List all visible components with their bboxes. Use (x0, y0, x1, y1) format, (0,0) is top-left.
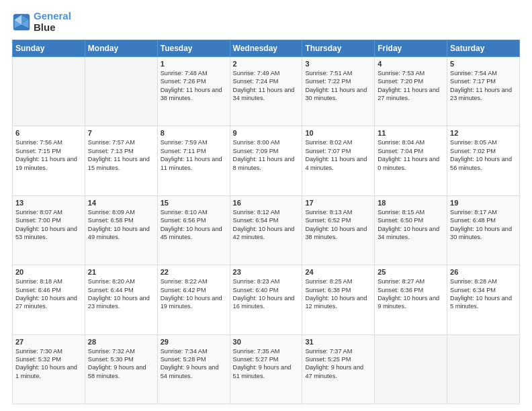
day-info: Sunrise: 8:13 AM Sunset: 6:52 PM Dayligh… (305, 208, 371, 242)
weekday-header-thursday: Thursday (302, 40, 375, 57)
day-number: 20 (15, 268, 82, 276)
calendar-cell: 2Sunrise: 7:49 AM Sunset: 7:24 PM Daylig… (230, 57, 302, 126)
week-row-1: 1Sunrise: 7:48 AM Sunset: 7:26 PM Daylig… (13, 57, 520, 126)
week-row-4: 20Sunrise: 8:18 AM Sunset: 6:46 PM Dayli… (13, 265, 520, 334)
day-info: Sunrise: 8:15 AM Sunset: 6:50 PM Dayligh… (378, 208, 444, 242)
day-info: Sunrise: 7:35 AM Sunset: 5:27 PM Dayligh… (233, 347, 300, 381)
calendar-cell: 1Sunrise: 7:48 AM Sunset: 7:26 PM Daylig… (157, 57, 230, 126)
logo-text: General Blue (34, 11, 71, 33)
calendar-cell: 18Sunrise: 8:15 AM Sunset: 6:50 PM Dayli… (375, 195, 447, 265)
day-number: 10 (305, 129, 371, 137)
calendar-cell: 30Sunrise: 7:35 AM Sunset: 5:27 PM Dayli… (230, 334, 302, 404)
calendar-cell: 10Sunrise: 8:02 AM Sunset: 7:07 PM Dayli… (302, 126, 375, 195)
day-info: Sunrise: 8:00 AM Sunset: 7:09 PM Dayligh… (233, 138, 300, 172)
day-info: Sunrise: 7:54 AM Sunset: 7:17 PM Dayligh… (450, 69, 517, 103)
calendar-cell: 26Sunrise: 8:28 AM Sunset: 6:34 PM Dayli… (447, 265, 520, 334)
calendar-cell (447, 334, 520, 404)
day-info: Sunrise: 8:25 AM Sunset: 6:38 PM Dayligh… (305, 277, 371, 311)
day-info: Sunrise: 7:34 AM Sunset: 5:28 PM Dayligh… (161, 347, 227, 381)
day-info: Sunrise: 7:48 AM Sunset: 7:26 PM Dayligh… (161, 69, 227, 103)
calendar-cell: 22Sunrise: 8:22 AM Sunset: 6:42 PM Dayli… (157, 265, 230, 334)
calendar-cell (85, 57, 157, 126)
day-number: 15 (161, 199, 227, 207)
week-row-5: 27Sunrise: 7:30 AM Sunset: 5:32 PM Dayli… (13, 334, 520, 404)
day-number: 17 (305, 199, 371, 207)
day-info: Sunrise: 7:59 AM Sunset: 7:11 PM Dayligh… (161, 138, 227, 172)
weekday-header-wednesday: Wednesday (230, 40, 302, 57)
calendar-cell: 25Sunrise: 8:27 AM Sunset: 6:36 PM Dayli… (375, 265, 447, 334)
day-number: 19 (450, 199, 517, 207)
day-info: Sunrise: 7:30 AM Sunset: 5:32 PM Dayligh… (15, 347, 82, 381)
calendar-cell: 19Sunrise: 8:17 AM Sunset: 6:48 PM Dayli… (447, 195, 520, 265)
day-info: Sunrise: 8:28 AM Sunset: 6:34 PM Dayligh… (450, 277, 517, 311)
day-info: Sunrise: 8:09 AM Sunset: 6:58 PM Dayligh… (88, 208, 154, 242)
weekday-header-row: SundayMondayTuesdayWednesdayThursdayFrid… (13, 40, 520, 57)
calendar-cell: 14Sunrise: 8:09 AM Sunset: 6:58 PM Dayli… (85, 195, 157, 265)
day-number: 9 (233, 129, 300, 137)
calendar-cell: 27Sunrise: 7:30 AM Sunset: 5:32 PM Dayli… (13, 334, 85, 404)
calendar-cell (375, 334, 447, 404)
day-info: Sunrise: 7:37 AM Sunset: 5:25 PM Dayligh… (305, 347, 371, 381)
day-number: 30 (233, 338, 300, 346)
day-number: 16 (233, 199, 300, 207)
day-number: 12 (450, 129, 517, 137)
calendar-cell: 28Sunrise: 7:32 AM Sunset: 5:30 PM Dayli… (85, 334, 157, 404)
day-info: Sunrise: 8:02 AM Sunset: 7:07 PM Dayligh… (305, 138, 371, 172)
day-info: Sunrise: 8:05 AM Sunset: 7:02 PM Dayligh… (450, 138, 517, 172)
day-number: 3 (305, 60, 371, 68)
day-number: 2 (233, 60, 300, 68)
day-info: Sunrise: 8:23 AM Sunset: 6:40 PM Dayligh… (233, 277, 300, 311)
day-number: 28 (88, 338, 154, 346)
day-info: Sunrise: 8:18 AM Sunset: 6:46 PM Dayligh… (15, 277, 82, 311)
week-row-3: 13Sunrise: 8:07 AM Sunset: 7:00 PM Dayli… (13, 195, 520, 265)
day-number: 4 (378, 60, 444, 68)
day-number: 8 (161, 129, 227, 137)
day-info: Sunrise: 8:07 AM Sunset: 7:00 PM Dayligh… (15, 208, 82, 242)
day-number: 14 (88, 199, 154, 207)
day-info: Sunrise: 7:56 AM Sunset: 7:15 PM Dayligh… (15, 138, 82, 172)
day-number: 1 (161, 60, 227, 68)
logo-icon (12, 13, 31, 32)
calendar-cell: 12Sunrise: 8:05 AM Sunset: 7:02 PM Dayli… (447, 126, 520, 195)
day-info: Sunrise: 7:49 AM Sunset: 7:24 PM Dayligh… (233, 69, 300, 103)
day-info: Sunrise: 7:51 AM Sunset: 7:22 PM Dayligh… (305, 69, 371, 103)
week-row-2: 6Sunrise: 7:56 AM Sunset: 7:15 PM Daylig… (13, 126, 520, 195)
day-info: Sunrise: 7:57 AM Sunset: 7:13 PM Dayligh… (88, 138, 154, 172)
calendar-cell: 6Sunrise: 7:56 AM Sunset: 7:15 PM Daylig… (13, 126, 85, 195)
day-number: 29 (161, 338, 227, 346)
day-number: 7 (88, 129, 154, 137)
calendar-cell: 7Sunrise: 7:57 AM Sunset: 7:13 PM Daylig… (85, 126, 157, 195)
calendar-cell: 29Sunrise: 7:34 AM Sunset: 5:28 PM Dayli… (157, 334, 230, 404)
day-number: 6 (15, 129, 82, 137)
day-info: Sunrise: 7:32 AM Sunset: 5:30 PM Dayligh… (88, 347, 154, 381)
weekday-header-friday: Friday (375, 40, 447, 57)
logo: General Blue (12, 11, 71, 33)
calendar-cell (13, 57, 85, 126)
calendar-cell: 17Sunrise: 8:13 AM Sunset: 6:52 PM Dayli… (302, 195, 375, 265)
day-info: Sunrise: 8:12 AM Sunset: 6:54 PM Dayligh… (233, 208, 300, 242)
day-info: Sunrise: 8:10 AM Sunset: 6:56 PM Dayligh… (161, 208, 227, 242)
day-number: 18 (378, 199, 444, 207)
day-info: Sunrise: 8:27 AM Sunset: 6:36 PM Dayligh… (378, 277, 444, 311)
calendar-cell: 23Sunrise: 8:23 AM Sunset: 6:40 PM Dayli… (230, 265, 302, 334)
calendar-cell: 31Sunrise: 7:37 AM Sunset: 5:25 PM Dayli… (302, 334, 375, 404)
day-number: 27 (15, 338, 82, 346)
day-number: 31 (305, 338, 371, 346)
calendar-cell: 15Sunrise: 8:10 AM Sunset: 6:56 PM Dayli… (157, 195, 230, 265)
weekday-header-tuesday: Tuesday (157, 40, 230, 57)
page: General Blue SundayMondayTuesdayWednesda… (0, 0, 532, 411)
calendar-cell: 3Sunrise: 7:51 AM Sunset: 7:22 PM Daylig… (302, 57, 375, 126)
day-number: 21 (88, 268, 154, 276)
day-info: Sunrise: 8:17 AM Sunset: 6:48 PM Dayligh… (450, 208, 517, 242)
calendar-cell: 4Sunrise: 7:53 AM Sunset: 7:20 PM Daylig… (375, 57, 447, 126)
day-number: 23 (233, 268, 300, 276)
header: General Blue (12, 11, 520, 33)
day-number: 13 (15, 199, 82, 207)
calendar-cell: 11Sunrise: 8:04 AM Sunset: 7:04 PM Dayli… (375, 126, 447, 195)
calendar-cell: 20Sunrise: 8:18 AM Sunset: 6:46 PM Dayli… (13, 265, 85, 334)
day-info: Sunrise: 7:53 AM Sunset: 7:20 PM Dayligh… (378, 69, 444, 103)
calendar-cell: 9Sunrise: 8:00 AM Sunset: 7:09 PM Daylig… (230, 126, 302, 195)
calendar-cell: 21Sunrise: 8:20 AM Sunset: 6:44 PM Dayli… (85, 265, 157, 334)
day-number: 11 (378, 129, 444, 137)
calendar-cell: 8Sunrise: 7:59 AM Sunset: 7:11 PM Daylig… (157, 126, 230, 195)
